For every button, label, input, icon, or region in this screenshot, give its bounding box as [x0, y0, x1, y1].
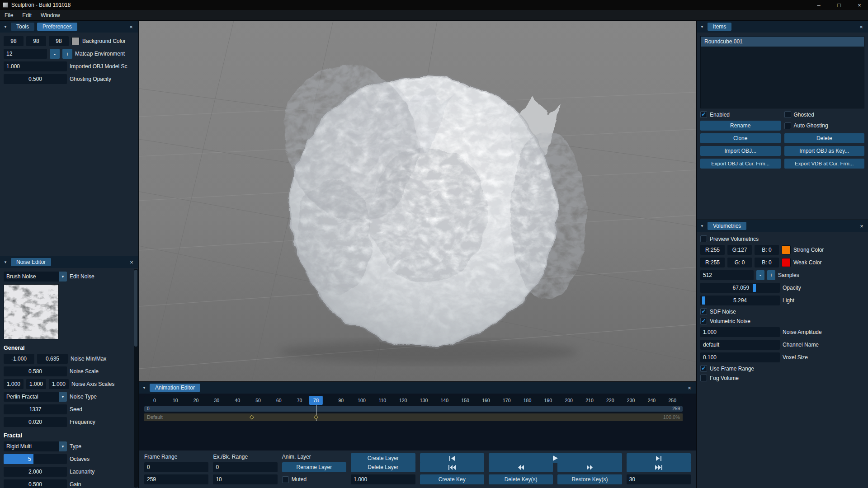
strong-color-b-field[interactable] [755, 245, 779, 255]
maximize-button[interactable]: □ [830, 0, 848, 10]
volumetric-noise-checkbox[interactable]: ✓ [700, 318, 707, 324]
collapse-caret-icon[interactable]: ▼ [699, 25, 705, 29]
delete-button[interactable]: Delete [784, 133, 865, 143]
create-key-button[interactable]: Create Key [420, 474, 484, 484]
lacunarity-field[interactable] [4, 467, 67, 477]
frame-start-field[interactable] [144, 462, 208, 472]
bake-field[interactable] [213, 474, 277, 484]
menu-window[interactable]: Window [36, 10, 65, 21]
muted-checkbox[interactable] [282, 476, 289, 483]
noise-min-field[interactable] [4, 354, 34, 364]
octaves-slider[interactable]: 5 [4, 454, 67, 464]
opacity-slider[interactable]: 67.059 [700, 283, 780, 293]
frame-end-field[interactable] [144, 474, 208, 484]
preview-volumetrics-checkbox[interactable] [700, 235, 707, 242]
import-obj-button[interactable]: Import OBJ... [700, 146, 781, 156]
collapse-caret-icon[interactable]: ▼ [3, 25, 8, 29]
noise-axis-z-field[interactable] [49, 379, 69, 389]
sdf-noise-checkbox[interactable]: ✓ [700, 308, 707, 315]
export-obj-button[interactable]: Export OBJ at Cur. Frm... [700, 159, 781, 169]
play-button[interactable] [489, 453, 622, 463]
samples-increment-button[interactable]: + [767, 270, 775, 280]
scrollbar-thumb[interactable] [134, 270, 137, 347]
strong-color-r-field[interactable] [700, 245, 725, 255]
noise-amplitude-field[interactable] [700, 327, 780, 337]
opacity-slider-handle[interactable] [753, 284, 756, 292]
ghosted-checkbox[interactable] [784, 111, 791, 118]
gain-field[interactable] [4, 479, 67, 488]
extrapolate-field[interactable] [213, 462, 277, 472]
animation-track-default[interactable]: Default 100.0% [144, 413, 683, 421]
delete-keys-button[interactable]: Delete Key(s) [489, 474, 553, 484]
fractal-type-dropdown[interactable]: Rigid Multi ▼ [4, 441, 67, 451]
strong-color-swatch[interactable] [782, 245, 791, 254]
strong-color-g-field[interactable] [727, 245, 752, 255]
collapse-caret-icon[interactable]: ▼ [3, 260, 8, 264]
background-color-swatch[interactable] [71, 37, 80, 45]
delete-layer-button[interactable]: Delete Layer [351, 462, 415, 472]
create-layer-button[interactable]: Create Layer [351, 453, 415, 463]
light-slider[interactable]: 5.294 [700, 296, 780, 305]
rename-layer-button[interactable]: Rename Layer [282, 462, 346, 472]
noise-axis-y-field[interactable] [26, 379, 46, 389]
restore-keys-button[interactable]: Restore Key(s) [557, 474, 622, 484]
background-g-field[interactable] [26, 36, 46, 46]
tab-tools[interactable]: Tools [11, 23, 34, 31]
weak-color-r-field[interactable] [700, 258, 725, 267]
imported-obj-scale-field[interactable] [4, 61, 67, 71]
tab-preferences[interactable]: Preferences [37, 23, 77, 31]
noise-axis-x-field[interactable] [4, 379, 24, 389]
fast-forward-button[interactable] [557, 462, 622, 472]
fog-volume-checkbox[interactable] [700, 375, 707, 381]
background-b-field[interactable] [49, 36, 69, 46]
close-icon[interactable]: × [858, 223, 866, 230]
fps-field[interactable] [627, 474, 691, 484]
samples-decrement-button[interactable]: - [756, 270, 764, 280]
previous-keyframe-button[interactable] [420, 462, 484, 472]
keyframe-diamond[interactable] [314, 415, 318, 420]
noise-type-dropdown[interactable]: Perlin Fractal ▼ [4, 392, 67, 402]
list-item[interactable]: Roundcube.001 [701, 37, 864, 47]
frequency-field[interactable] [4, 417, 67, 427]
keyframe-diamond[interactable] [250, 415, 254, 420]
minimize-button[interactable]: – [810, 0, 827, 10]
noise-editor-scrollbar[interactable] [134, 269, 138, 488]
collapse-caret-icon[interactable]: ▼ [699, 224, 705, 228]
weak-color-g-field[interactable] [727, 258, 752, 267]
import-obj-as-key-button[interactable]: Import OBJ as Key... [784, 146, 865, 156]
collapse-caret-icon[interactable]: ▼ [142, 386, 147, 390]
viewport-canvas[interactable] [139, 21, 696, 381]
close-icon[interactable]: × [857, 23, 865, 30]
export-vdb-button[interactable]: Export VDB at Cur. Frm... [784, 159, 865, 169]
weak-color-b-field[interactable] [755, 258, 779, 267]
noise-slot-dropdown[interactable]: Brush Noise ▼ [4, 272, 67, 282]
go-to-start-button[interactable] [420, 453, 484, 463]
voxel-size-field[interactable] [700, 352, 780, 362]
close-icon[interactable]: × [127, 259, 136, 266]
menu-file[interactable]: File [0, 10, 18, 21]
enabled-checkbox[interactable]: ✓ [700, 111, 707, 118]
go-to-end-button[interactable] [627, 453, 691, 463]
light-slider-handle[interactable] [702, 296, 705, 305]
background-r-field[interactable] [4, 36, 24, 46]
seed-field[interactable] [4, 404, 67, 414]
noise-scale-field[interactable] [4, 366, 67, 376]
matcap-environment-field[interactable] [4, 49, 47, 59]
weak-color-swatch[interactable] [782, 258, 791, 267]
close-icon[interactable]: × [685, 385, 693, 391]
samples-field[interactable] [700, 270, 754, 280]
layer-weight-field[interactable] [351, 474, 415, 484]
auto-ghosting-checkbox[interactable] [784, 122, 791, 129]
ghosting-opacity-field[interactable] [4, 74, 67, 84]
noise-max-field[interactable] [37, 354, 68, 364]
channel-name-field[interactable] [700, 340, 780, 350]
rename-button[interactable]: Rename [700, 121, 781, 131]
use-frame-range-checkbox[interactable]: ✓ [700, 365, 707, 372]
matcap-decrement-button[interactable]: - [50, 49, 60, 59]
next-keyframe-button[interactable] [627, 462, 691, 472]
matcap-increment-button[interactable]: + [62, 49, 72, 59]
current-frame-indicator[interactable]: 78 [309, 396, 323, 405]
clone-button[interactable]: Clone [700, 133, 781, 143]
close-icon[interactable]: × [127, 23, 135, 30]
timeline-range-bar[interactable]: 0 259 [144, 406, 683, 412]
